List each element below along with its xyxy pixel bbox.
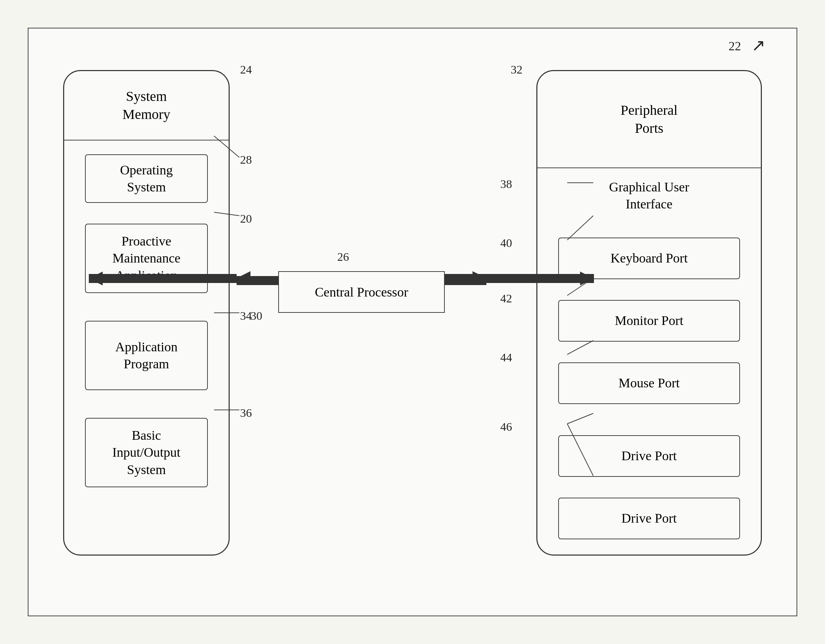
operating-system-box: OperatingSystem (85, 154, 208, 203)
label-20: 20 (240, 212, 252, 225)
label-46: 46 (500, 420, 512, 433)
application-program-label: ApplicationProgram (115, 339, 177, 373)
proactive-maintenance-box: ProactiveMaintenanceApplication (85, 224, 208, 293)
peripheral-ports-box: PeripheralPorts Graphical UserInterface … (536, 70, 762, 556)
label-44: 44 (500, 351, 512, 364)
drive-port-1-label: Drive Port (621, 447, 677, 464)
mouse-port-label: Mouse Port (619, 374, 680, 391)
gui-section-label: Graphical UserInterface (538, 179, 761, 213)
proactive-maintenance-label: ProactiveMaintenanceApplication (113, 233, 181, 284)
peripheral-ports-title: PeripheralPorts (621, 101, 678, 137)
svg-marker-2 (236, 271, 250, 285)
central-processor-box: Central Processor (278, 271, 445, 313)
label-26: 26 (337, 250, 349, 263)
label-34: 34 (240, 309, 252, 322)
label-38: 38 (500, 177, 512, 191)
drive-port-1-box: Drive Port (558, 435, 740, 477)
system-memory-header: SystemMemory (64, 71, 229, 140)
label-28: 28 (240, 153, 252, 166)
basic-io-box: BasicInput/OutputSystem (85, 418, 208, 487)
label-36: 36 (240, 407, 252, 420)
figure-number: 22 (729, 39, 741, 53)
system-memory-box: SystemMemory OperatingSystem ProactiveMa… (63, 70, 230, 556)
label-42: 42 (500, 292, 512, 305)
label-40: 40 (500, 237, 512, 250)
drive-port-2-label: Drive Port (621, 510, 677, 527)
central-processor-label: Central Processor (315, 284, 408, 300)
monitor-port-label: Monitor Port (615, 312, 683, 329)
label-32: 32 (511, 63, 522, 76)
keyboard-port-label: Keyboard Port (610, 250, 688, 267)
drive-port-2-box: Drive Port (558, 498, 740, 539)
label-30: 30 (250, 309, 262, 322)
basic-io-label: BasicInput/OutputSystem (113, 427, 181, 478)
monitor-port-box: Monitor Port (558, 300, 740, 342)
label-24: 24 (240, 63, 252, 76)
operating-system-label: OperatingSystem (120, 162, 173, 196)
svg-marker-5 (473, 271, 487, 285)
svg-rect-4 (445, 276, 487, 285)
application-program-box: ApplicationProgram (85, 321, 208, 390)
peripheral-ports-header: PeripheralPorts (538, 71, 761, 168)
svg-rect-3 (236, 276, 278, 285)
keyboard-port-box: Keyboard Port (558, 237, 740, 279)
system-memory-title: SystemMemory (122, 88, 170, 123)
figure-arrow: ↗ (751, 35, 765, 55)
diagram-container: 22 ↗ SystemMemory OperatingSystem Proact… (28, 28, 797, 616)
mouse-port-box: Mouse Port (558, 362, 740, 404)
